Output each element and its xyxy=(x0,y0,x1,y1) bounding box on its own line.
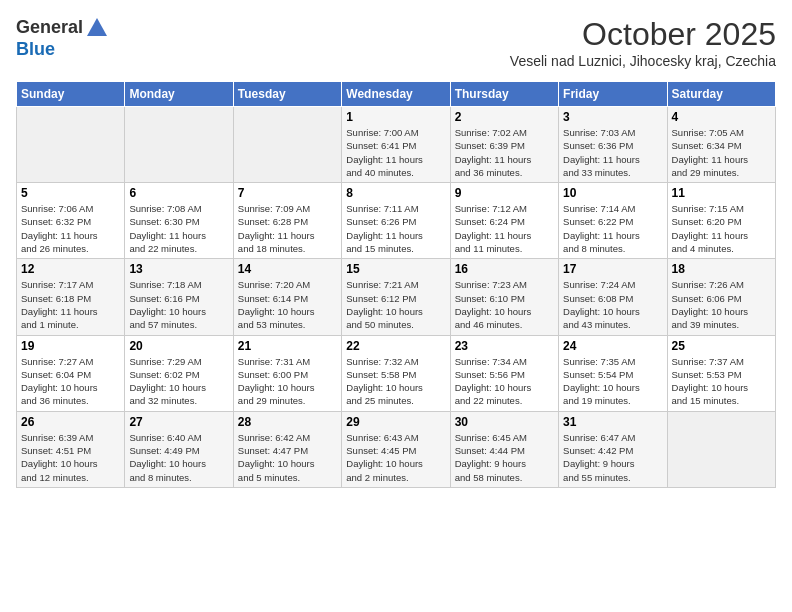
day-info: Sunrise: 7:02 AM Sunset: 6:39 PM Dayligh… xyxy=(455,126,554,179)
weekday-header-saturday: Saturday xyxy=(667,82,775,107)
day-number: 8 xyxy=(346,186,445,200)
day-number: 12 xyxy=(21,262,120,276)
calendar-cell: 5Sunrise: 7:06 AM Sunset: 6:32 PM Daylig… xyxy=(17,183,125,259)
day-info: Sunrise: 7:18 AM Sunset: 6:16 PM Dayligh… xyxy=(129,278,228,331)
day-number: 6 xyxy=(129,186,228,200)
day-info: Sunrise: 6:47 AM Sunset: 4:42 PM Dayligh… xyxy=(563,431,662,484)
calendar-cell: 23Sunrise: 7:34 AM Sunset: 5:56 PM Dayli… xyxy=(450,335,558,411)
day-number: 30 xyxy=(455,415,554,429)
calendar-cell: 3Sunrise: 7:03 AM Sunset: 6:36 PM Daylig… xyxy=(559,107,667,183)
day-info: Sunrise: 7:24 AM Sunset: 6:08 PM Dayligh… xyxy=(563,278,662,331)
day-info: Sunrise: 7:05 AM Sunset: 6:34 PM Dayligh… xyxy=(672,126,771,179)
day-number: 2 xyxy=(455,110,554,124)
day-info: Sunrise: 7:27 AM Sunset: 6:04 PM Dayligh… xyxy=(21,355,120,408)
day-info: Sunrise: 7:14 AM Sunset: 6:22 PM Dayligh… xyxy=(563,202,662,255)
calendar-cell xyxy=(667,411,775,487)
day-number: 11 xyxy=(672,186,771,200)
day-info: Sunrise: 7:31 AM Sunset: 6:00 PM Dayligh… xyxy=(238,355,337,408)
calendar-week-3: 12Sunrise: 7:17 AM Sunset: 6:18 PM Dayli… xyxy=(17,259,776,335)
day-info: Sunrise: 6:45 AM Sunset: 4:44 PM Dayligh… xyxy=(455,431,554,484)
calendar-cell: 18Sunrise: 7:26 AM Sunset: 6:06 PM Dayli… xyxy=(667,259,775,335)
calendar-cell: 7Sunrise: 7:09 AM Sunset: 6:28 PM Daylig… xyxy=(233,183,341,259)
day-info: Sunrise: 7:37 AM Sunset: 5:53 PM Dayligh… xyxy=(672,355,771,408)
day-number: 3 xyxy=(563,110,662,124)
day-info: Sunrise: 6:43 AM Sunset: 4:45 PM Dayligh… xyxy=(346,431,445,484)
calendar-cell: 19Sunrise: 7:27 AM Sunset: 6:04 PM Dayli… xyxy=(17,335,125,411)
calendar-cell: 31Sunrise: 6:47 AM Sunset: 4:42 PM Dayli… xyxy=(559,411,667,487)
day-number: 9 xyxy=(455,186,554,200)
day-info: Sunrise: 7:21 AM Sunset: 6:12 PM Dayligh… xyxy=(346,278,445,331)
month-title: October 2025 xyxy=(510,16,776,53)
calendar-cell: 24Sunrise: 7:35 AM Sunset: 5:54 PM Dayli… xyxy=(559,335,667,411)
day-info: Sunrise: 7:35 AM Sunset: 5:54 PM Dayligh… xyxy=(563,355,662,408)
day-info: Sunrise: 7:32 AM Sunset: 5:58 PM Dayligh… xyxy=(346,355,445,408)
weekday-header-row: SundayMondayTuesdayWednesdayThursdayFrid… xyxy=(17,82,776,107)
day-number: 15 xyxy=(346,262,445,276)
day-number: 27 xyxy=(129,415,228,429)
day-number: 24 xyxy=(563,339,662,353)
day-number: 21 xyxy=(238,339,337,353)
day-info: Sunrise: 7:00 AM Sunset: 6:41 PM Dayligh… xyxy=(346,126,445,179)
calendar-cell: 13Sunrise: 7:18 AM Sunset: 6:16 PM Dayli… xyxy=(125,259,233,335)
logo-icon xyxy=(85,16,109,40)
calendar-cell xyxy=(17,107,125,183)
logo: General Blue xyxy=(16,16,109,60)
day-number: 31 xyxy=(563,415,662,429)
day-info: Sunrise: 7:08 AM Sunset: 6:30 PM Dayligh… xyxy=(129,202,228,255)
calendar-cell xyxy=(125,107,233,183)
day-number: 16 xyxy=(455,262,554,276)
calendar-cell: 6Sunrise: 7:08 AM Sunset: 6:30 PM Daylig… xyxy=(125,183,233,259)
weekday-header-tuesday: Tuesday xyxy=(233,82,341,107)
day-info: Sunrise: 7:17 AM Sunset: 6:18 PM Dayligh… xyxy=(21,278,120,331)
day-number: 26 xyxy=(21,415,120,429)
day-number: 5 xyxy=(21,186,120,200)
logo-general: General xyxy=(16,17,83,37)
day-number: 7 xyxy=(238,186,337,200)
location-title: Veseli nad Luznici, Jihocesky kraj, Czec… xyxy=(510,53,776,69)
day-info: Sunrise: 7:03 AM Sunset: 6:36 PM Dayligh… xyxy=(563,126,662,179)
day-info: Sunrise: 7:15 AM Sunset: 6:20 PM Dayligh… xyxy=(672,202,771,255)
calendar-cell: 20Sunrise: 7:29 AM Sunset: 6:02 PM Dayli… xyxy=(125,335,233,411)
calendar-cell: 28Sunrise: 6:42 AM Sunset: 4:47 PM Dayli… xyxy=(233,411,341,487)
day-info: Sunrise: 7:23 AM Sunset: 6:10 PM Dayligh… xyxy=(455,278,554,331)
calendar-week-5: 26Sunrise: 6:39 AM Sunset: 4:51 PM Dayli… xyxy=(17,411,776,487)
day-number: 19 xyxy=(21,339,120,353)
weekday-header-friday: Friday xyxy=(559,82,667,107)
day-number: 20 xyxy=(129,339,228,353)
calendar: SundayMondayTuesdayWednesdayThursdayFrid… xyxy=(16,81,776,488)
day-info: Sunrise: 7:34 AM Sunset: 5:56 PM Dayligh… xyxy=(455,355,554,408)
day-number: 25 xyxy=(672,339,771,353)
weekday-header-sunday: Sunday xyxy=(17,82,125,107)
calendar-cell: 27Sunrise: 6:40 AM Sunset: 4:49 PM Dayli… xyxy=(125,411,233,487)
day-number: 23 xyxy=(455,339,554,353)
day-info: Sunrise: 6:39 AM Sunset: 4:51 PM Dayligh… xyxy=(21,431,120,484)
day-number: 28 xyxy=(238,415,337,429)
day-number: 14 xyxy=(238,262,337,276)
weekday-header-monday: Monday xyxy=(125,82,233,107)
day-info: Sunrise: 7:20 AM Sunset: 6:14 PM Dayligh… xyxy=(238,278,337,331)
calendar-week-1: 1Sunrise: 7:00 AM Sunset: 6:41 PM Daylig… xyxy=(17,107,776,183)
calendar-cell: 2Sunrise: 7:02 AM Sunset: 6:39 PM Daylig… xyxy=(450,107,558,183)
calendar-cell xyxy=(233,107,341,183)
calendar-cell: 26Sunrise: 6:39 AM Sunset: 4:51 PM Dayli… xyxy=(17,411,125,487)
calendar-cell: 25Sunrise: 7:37 AM Sunset: 5:53 PM Dayli… xyxy=(667,335,775,411)
day-number: 22 xyxy=(346,339,445,353)
day-info: Sunrise: 7:26 AM Sunset: 6:06 PM Dayligh… xyxy=(672,278,771,331)
calendar-cell: 21Sunrise: 7:31 AM Sunset: 6:00 PM Dayli… xyxy=(233,335,341,411)
calendar-cell: 4Sunrise: 7:05 AM Sunset: 6:34 PM Daylig… xyxy=(667,107,775,183)
day-number: 29 xyxy=(346,415,445,429)
calendar-cell: 8Sunrise: 7:11 AM Sunset: 6:26 PM Daylig… xyxy=(342,183,450,259)
calendar-week-2: 5Sunrise: 7:06 AM Sunset: 6:32 PM Daylig… xyxy=(17,183,776,259)
logo-blue: Blue xyxy=(16,39,55,59)
day-info: Sunrise: 7:29 AM Sunset: 6:02 PM Dayligh… xyxy=(129,355,228,408)
day-info: Sunrise: 7:11 AM Sunset: 6:26 PM Dayligh… xyxy=(346,202,445,255)
calendar-cell: 14Sunrise: 7:20 AM Sunset: 6:14 PM Dayli… xyxy=(233,259,341,335)
calendar-cell: 16Sunrise: 7:23 AM Sunset: 6:10 PM Dayli… xyxy=(450,259,558,335)
svg-marker-0 xyxy=(87,18,107,36)
day-info: Sunrise: 7:12 AM Sunset: 6:24 PM Dayligh… xyxy=(455,202,554,255)
title-section: October 2025 Veseli nad Luznici, Jihoces… xyxy=(510,16,776,69)
day-number: 10 xyxy=(563,186,662,200)
day-number: 17 xyxy=(563,262,662,276)
calendar-cell: 12Sunrise: 7:17 AM Sunset: 6:18 PM Dayli… xyxy=(17,259,125,335)
calendar-cell: 17Sunrise: 7:24 AM Sunset: 6:08 PM Dayli… xyxy=(559,259,667,335)
